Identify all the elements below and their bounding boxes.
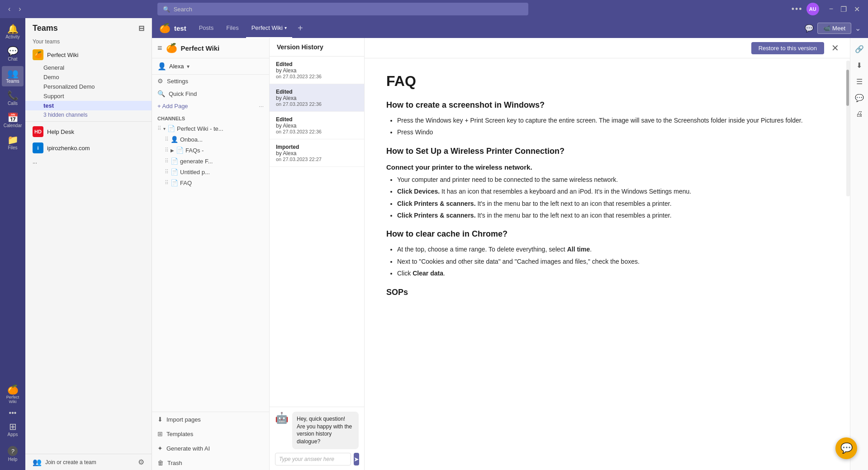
vh-item-v2[interactable]: Edited by Alexa on 27.03.2023 22:36 bbox=[270, 84, 364, 112]
footer-templates[interactable]: ⊞ Templates bbox=[152, 427, 269, 441]
page-untitled[interactable]: ⠿ 📄 Untitled p... bbox=[159, 166, 269, 177]
sidebar-item-label-calls: Calls bbox=[8, 101, 18, 106]
page-onboarding[interactable]: ⠿ 👤 Onboa... bbox=[159, 134, 269, 145]
wiki-user-chevron[interactable]: ▾ bbox=[187, 63, 190, 70]
drag-handle-icon: ⠿ bbox=[165, 169, 169, 175]
maximize-button[interactable]: ❐ bbox=[838, 4, 849, 14]
wiki-nav-quickfind[interactable]: 🔍 Quick Find bbox=[152, 87, 269, 100]
drag-handle-icon: ⠿ bbox=[165, 147, 169, 153]
faqs-chevron-icon: ▶ bbox=[171, 148, 174, 153]
vh-item-v4[interactable]: Imported by Alexa on 27.03.2023 22:27 bbox=[270, 139, 364, 167]
page-faqs[interactable]: ⠿ ▶ 📄 FAQs - bbox=[159, 145, 269, 156]
sidebar-item-files[interactable]: 📁 Files bbox=[2, 133, 24, 153]
team-icon-helpdesk: HD bbox=[33, 126, 43, 137]
footer-trash[interactable]: 🗑 Trash bbox=[152, 456, 269, 470]
tab-files[interactable]: Files bbox=[221, 18, 244, 38]
expand-icon[interactable]: ⌄ bbox=[855, 24, 861, 33]
join-team-label[interactable]: Join or create a team bbox=[45, 459, 96, 465]
vp-list-item: Click Printers & scanners. It's in the m… bbox=[397, 199, 828, 209]
hidden-channels[interactable]: 3 hidden channels bbox=[25, 110, 152, 119]
sidebar-item-activity[interactable]: 🔔 Activity bbox=[2, 22, 24, 42]
channel-personalized-demo[interactable]: Personalized Demo bbox=[25, 82, 152, 91]
settings-icon[interactable]: ⚙ bbox=[138, 458, 144, 466]
vh-item-v3[interactable]: Edited by Alexa on 27.03.2023 22:36 bbox=[270, 112, 364, 139]
chatbot-send-button[interactable]: ➤ bbox=[354, 453, 359, 465]
page-label-faqs: FAQs - bbox=[185, 147, 204, 154]
tab-perfect-wiki[interactable]: Perfect Wiki ▾ bbox=[246, 18, 292, 38]
sidebar-item-chat[interactable]: 💬 Chat bbox=[2, 44, 24, 64]
search-bar: 🔍 bbox=[157, 3, 528, 15]
channel-chevron-icon: ▾ bbox=[163, 126, 166, 131]
page-faq[interactable]: ⠿ 📄 FAQ bbox=[159, 177, 269, 188]
close-modal-button[interactable]: ✕ bbox=[828, 42, 843, 54]
scrollbar-thumb[interactable] bbox=[846, 70, 849, 106]
tab-add-button[interactable]: + bbox=[294, 23, 307, 33]
print-icon-btn[interactable]: 🖨 bbox=[852, 107, 867, 121]
more-options-icon[interactable]: ••• bbox=[792, 5, 803, 14]
search-icon: 🔍 bbox=[163, 6, 170, 13]
restore-button[interactable]: Restore to this version bbox=[751, 42, 824, 54]
channel-general[interactable]: General bbox=[25, 63, 152, 72]
team-name-perfectwiki: Perfect Wiki bbox=[47, 52, 135, 58]
sidebar-item-perfect-wiki[interactable]: 🍊 Perfect Wiki bbox=[2, 382, 24, 407]
page-generate[interactable]: ⠿ 📄 generate F... bbox=[159, 156, 269, 166]
search-input[interactable] bbox=[174, 6, 523, 13]
comment-icon-btn[interactable]: 💬 bbox=[852, 90, 867, 105]
sidebar-item-calls[interactable]: 📞 Calls bbox=[2, 88, 24, 109]
sidebar-item-help[interactable]: ? Help bbox=[2, 443, 24, 465]
trash-icon: 🗑 bbox=[157, 459, 164, 466]
page-label-generate: generate F... bbox=[180, 158, 213, 165]
filter-icon[interactable]: ⊟ bbox=[138, 24, 144, 33]
sidebar-item-calendar[interactable]: 📅 Calendar bbox=[2, 110, 24, 131]
calls-icon: 📞 bbox=[7, 91, 19, 100]
drag-handle-icon: ⠿ bbox=[165, 136, 169, 142]
vh-type-v3: Edited bbox=[276, 116, 358, 123]
sidebar-item-teams[interactable]: 👥 Teams bbox=[2, 66, 24, 86]
vh-item-v1[interactable]: Edited by Alexa on 27.03.2023 22:36 bbox=[270, 57, 364, 84]
share-icon-btn[interactable]: 🔗 bbox=[852, 42, 867, 56]
nav-back-button[interactable]: ‹ bbox=[5, 4, 13, 14]
tab-posts[interactable]: Posts bbox=[194, 18, 219, 38]
page-icon-generate: 📄 bbox=[171, 157, 178, 165]
channel-tree-item[interactable]: ⠿ ▾ 📄 Perfect Wiki - te... bbox=[152, 123, 269, 134]
team-ipirozhenko[interactable]: i ipirozhenko.com ··· bbox=[25, 140, 152, 156]
vh-by-v4: by Alexa bbox=[276, 150, 358, 157]
vp-list-item: Next to "Cookies and other site data" an… bbox=[397, 256, 828, 266]
channel-name-test: test bbox=[43, 102, 54, 109]
modal-overlay: Version History Edited by Alexa on 27.03… bbox=[270, 38, 850, 470]
download-icon-btn[interactable]: ⬇ bbox=[852, 58, 867, 72]
add-page-label: + Add Page bbox=[157, 103, 188, 109]
chat-icon-tabs[interactable]: 💬 bbox=[805, 24, 814, 33]
footer-import[interactable]: ⬇ Import pages bbox=[152, 412, 269, 427]
vh-by-v1: by Alexa bbox=[276, 67, 358, 74]
chatbot-input[interactable] bbox=[275, 453, 351, 465]
vh-chatbot-input-area: ➤ bbox=[275, 453, 359, 465]
more-teams-item[interactable]: ··· bbox=[25, 156, 152, 170]
channel-demo[interactable]: Demo bbox=[25, 72, 152, 82]
team-help-desk[interactable]: HD Help Desk ··· bbox=[25, 123, 152, 140]
pages-list: ⠿ 👤 Onboa... ⠿ ▶ 📄 FAQs - ⠿ 📄 generate F… bbox=[152, 134, 269, 188]
minimize-button[interactable]: − bbox=[826, 4, 836, 14]
add-page-more-icon[interactable]: ··· bbox=[259, 103, 264, 109]
close-button[interactable]: ✕ bbox=[851, 4, 863, 14]
footer-generate-ai[interactable]: ✦ Generate with AI bbox=[152, 441, 269, 456]
channel-test[interactable]: test bbox=[25, 101, 152, 110]
version-history-list: Edited by Alexa on 27.03.2023 22:36 Edit… bbox=[270, 57, 364, 407]
wiki-add-page[interactable]: + Add Page ··· bbox=[152, 100, 269, 112]
wiki-menu-icon[interactable]: ≡ bbox=[157, 43, 162, 53]
tabs-bar-right: 💬 📹 Meet ⌄ bbox=[805, 23, 861, 34]
wiki-nav-settings[interactable]: ⚙ Settings bbox=[152, 75, 269, 87]
version-preview-scrollbar[interactable] bbox=[846, 61, 850, 196]
nav-forward-button[interactable]: › bbox=[16, 4, 24, 14]
markup-icon-btn[interactable]: ☰ bbox=[852, 74, 867, 89]
share-icon: 🔗 bbox=[855, 45, 864, 53]
sidebar-item-apps[interactable]: ⊞ Apps bbox=[2, 419, 24, 440]
channel-support[interactable]: Support bbox=[25, 91, 152, 101]
meet-button[interactable]: 📹 Meet bbox=[817, 23, 851, 34]
avatar[interactable]: AU bbox=[806, 3, 819, 15]
sidebar-item-more[interactable]: ••• bbox=[2, 407, 24, 419]
tabs-bar: 🍊 test Posts Files Perfect Wiki ▾ + 💬 📹 … bbox=[152, 18, 868, 38]
calendar-icon: 📅 bbox=[7, 113, 19, 122]
chat-fab-button[interactable]: 💬 bbox=[835, 437, 857, 459]
team-perfect-wiki[interactable]: 🍊 Perfect Wiki ··· bbox=[25, 47, 152, 63]
